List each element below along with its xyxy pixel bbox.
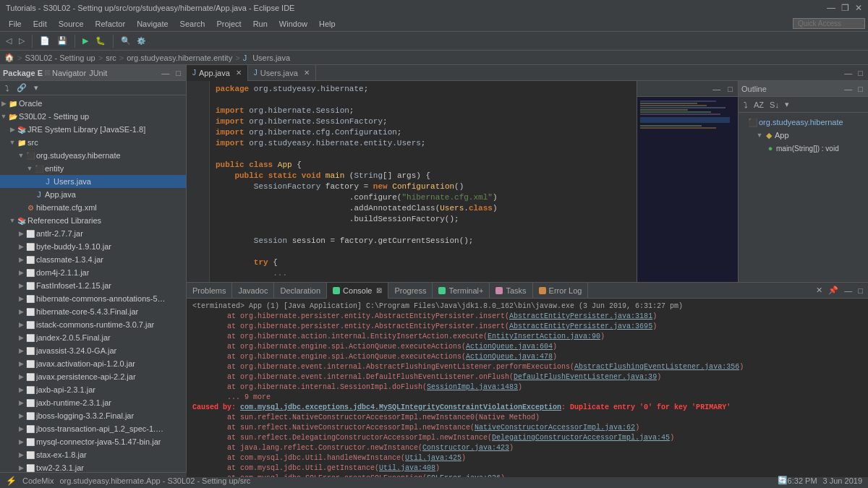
tree-item-label-16: hibernate-core-5.4.3.Final.jar	[36, 307, 138, 316]
pe-view-menu[interactable]: ▾	[32, 82, 41, 93]
pe-link-with-editor[interactable]: 🔗	[14, 82, 29, 93]
tb-run-button[interactable]: ▶	[80, 35, 91, 47]
breadcrumb-project[interactable]: S30L02 - Setting up	[23, 53, 96, 62]
pe-tree-item-15[interactable]: ▶⬜hibernate-commons-annotations-5.1.0.F	[0, 292, 186, 305]
close-button[interactable]: ✕	[855, 3, 862, 13]
maximize-button[interactable]: ❐	[841, 3, 849, 13]
tb-new-button[interactable]: 📄	[37, 35, 53, 47]
tab-users-java[interactable]: J Users.java ✕	[248, 65, 316, 81]
tab-close-console[interactable]: ⊠	[376, 286, 382, 294]
status-refresh-icon[interactable]: 🔄	[778, 476, 788, 485]
pe-tree-item-20[interactable]: ▶⬜javax.activation-api-1.2.0.jar	[0, 357, 186, 370]
pe-tab-package[interactable]: Package E	[3, 69, 43, 77]
menu-file[interactable]: File	[3, 18, 27, 30]
pe-tree-item-14[interactable]: ▶⬜FastInfoset-1.2.15.jar	[0, 279, 186, 292]
tab-javadoc[interactable]: Javadoc	[232, 283, 274, 299]
pe-tree-item-23[interactable]: ▶⬜jaxb-runtime-2.3.1.jar	[0, 396, 186, 409]
outline-class-label: App	[775, 131, 789, 140]
pe-tree-item-16[interactable]: ▶⬜hibernate-core-5.4.3.Final.jar	[0, 305, 186, 318]
outline-view-btn[interactable]: ▾	[783, 99, 791, 110]
editor-minimize-button[interactable]: —	[842, 68, 854, 78]
minimize-button[interactable]: —	[827, 3, 835, 13]
pe-tree-item-22[interactable]: ▶⬜jaxb-api-2.3.1.jar	[0, 383, 186, 396]
menu-navigate[interactable]: Navigate	[131, 18, 174, 30]
menu-help[interactable]: Help	[313, 18, 341, 30]
pe-tree-item-13[interactable]: ▶⬜dom4j-2.1.1.jar	[0, 266, 186, 279]
pe-maximize-button[interactable]: □	[174, 68, 183, 78]
menu-run[interactable]: Run	[247, 18, 273, 30]
pe-tree-item-24[interactable]: ▶⬜jboss-logging-3.3.2.Final.jar	[0, 409, 186, 422]
code-editor[interactable]: package org.studyeasy.hibernate; import …	[210, 81, 637, 282]
editor-maximize-button[interactable]: □	[856, 68, 865, 78]
breadcrumb-package[interactable]: org.studyeasy.hibernate.entity	[125, 53, 234, 62]
tab-javadoc-label: Javadoc	[238, 286, 268, 295]
quick-access-input[interactable]	[793, 18, 865, 29]
pe-tree-item-26[interactable]: ▶⬜mysql-connector-java-5.1.47-bin.jar	[0, 435, 186, 448]
pe-tree-item-2[interactable]: ▶📚JRE System Library [JavaSE-1.8]	[0, 123, 186, 136]
tab-problems[interactable]: Problems	[187, 283, 232, 299]
pe-tree-item-6[interactable]: JUsers.java	[0, 175, 186, 188]
pe-tree-item-8[interactable]: ⚙hibernate.cfg.xml	[0, 201, 186, 214]
tab-progress[interactable]: Progress	[388, 283, 433, 299]
outline-sort-btn[interactable]: AZ	[752, 100, 766, 110]
pe-tab-junit[interactable]: JUnit	[89, 69, 107, 77]
pe-tree-item-7[interactable]: JApp.java	[0, 188, 186, 201]
console-pin-btn[interactable]: 📌	[826, 285, 841, 296]
menu-window[interactable]: Window	[273, 18, 313, 30]
pe-tree-item-19[interactable]: ▶⬜javassist-3.24.0-GA.jar	[0, 344, 186, 357]
pe-tree-item-1[interactable]: ▼📂S30L02 - Setting up	[0, 110, 186, 123]
tb-save-button[interactable]: 💾	[54, 35, 70, 47]
outline-item-method[interactable]: ● main(String[]) : void	[739, 142, 868, 155]
pe-tree-item-10[interactable]: ▶⬜antlr-2.7.7.jar	[0, 227, 186, 240]
tab-terminal[interactable]: Terminal+	[433, 283, 490, 299]
outline-collapse-btn[interactable]: ⤵	[741, 100, 750, 110]
pe-tree-item-25[interactable]: ▶⬜jboss-transaction-api_1.2_spec-1.1.1.F…	[0, 422, 186, 435]
pe-tree-item-3[interactable]: ▼📁src	[0, 136, 186, 149]
menu-search[interactable]: Search	[174, 18, 211, 30]
tab-errorlog[interactable]: Error Log	[533, 283, 589, 299]
mini-maximize-btn[interactable]: □	[726, 84, 735, 94]
breadcrumb-file[interactable]: Users.java	[251, 53, 292, 62]
pe-collapse-all[interactable]: ⤵	[3, 83, 12, 93]
code-line-12: .addAnnotatedClass(Users.class)	[216, 203, 631, 214]
tab-tasks[interactable]: Tasks	[490, 283, 532, 299]
pe-tab-navigator[interactable]: Navigator	[52, 69, 86, 77]
menu-source[interactable]: Source	[53, 18, 90, 30]
menu-refactor[interactable]: Refactor	[90, 18, 132, 30]
tb-debug-button[interactable]: 🐛	[93, 35, 109, 47]
tab-close-users[interactable]: ✕	[304, 69, 310, 77]
pe-tree-item-28[interactable]: ▶⬜txw2-2.3.1.jar	[0, 461, 186, 472]
tab-app-java[interactable]: J App.java ✕	[187, 65, 248, 81]
outline-item-class[interactable]: ▼ ◆ App	[739, 129, 868, 142]
tb-forward-button[interactable]: ▷	[16, 35, 27, 47]
pe-tree-item-27[interactable]: ▶⬜stax-ex-1.8.jar	[0, 448, 186, 461]
window-controls[interactable]: — ❐ ✕	[827, 3, 862, 13]
breadcrumb-src[interactable]: src	[104, 53, 118, 62]
outline-filter-btn[interactable]: S↓	[767, 100, 781, 110]
console-stack-14: at com.mysql.jdbc.Util.handleNewInstance…	[192, 453, 862, 463]
pe-tree-item-5[interactable]: ▼⬛entity	[0, 162, 186, 175]
pe-tree-item-4[interactable]: ▼⬛org.studyeasy.hibernate	[0, 149, 186, 162]
bottom-minimize-btn[interactable]: —	[842, 286, 854, 296]
tb-back-button[interactable]: ◁	[3, 35, 14, 47]
pe-tree-item-9[interactable]: ▼📚Referenced Libraries	[0, 214, 186, 227]
mini-minimize-btn[interactable]: —	[710, 84, 723, 94]
pe-tree-item-11[interactable]: ▶⬜byte-buddy-1.9.10.jar	[0, 240, 186, 253]
menu-project[interactable]: Project	[210, 18, 247, 30]
pe-tree-item-18[interactable]: ▶⬜jandex-2.0.5.Final.jar	[0, 331, 186, 344]
tab-declaration[interactable]: Declaration	[274, 283, 327, 299]
tb-search-button[interactable]: 🔍	[118, 35, 134, 47]
pe-minimize-button[interactable]: —	[159, 68, 171, 78]
tree-item-label-1: S30L02 - Setting up	[19, 112, 89, 121]
pe-tree-item-17[interactable]: ▶⬜istack-commons-runtime-3.0.7.jar	[0, 318, 186, 331]
tab-console[interactable]: Console ⊠	[327, 283, 388, 299]
pe-tree-item-12[interactable]: ▶⬜classmate-1.3.4.jar	[0, 253, 186, 266]
outline-minimize-btn[interactable]: —	[842, 84, 854, 94]
pe-tree-item-0[interactable]: ▶📁Oracle	[0, 97, 186, 110]
console-clear-btn[interactable]: ✕	[814, 285, 825, 296]
outline-maximize-btn[interactable]: □	[856, 84, 865, 94]
bottom-maximize-btn[interactable]: □	[856, 286, 865, 296]
menu-edit[interactable]: Edit	[27, 18, 53, 30]
tab-close-app[interactable]: ✕	[236, 69, 242, 77]
pe-tree-item-21[interactable]: ▶⬜javax.persistence-api-2.2.jar	[0, 370, 186, 383]
